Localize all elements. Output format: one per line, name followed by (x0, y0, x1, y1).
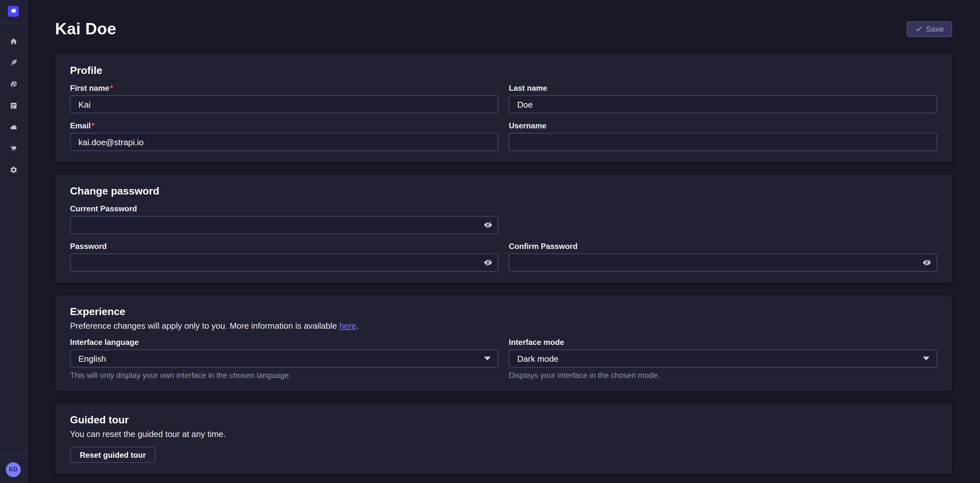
confirm-password-input-wrap (509, 253, 937, 272)
new-password-input-wrap (70, 253, 498, 272)
sidebar-item-settings[interactable] (0, 159, 27, 180)
first-name-label-text: First name (70, 84, 109, 93)
strapi-logo-button[interactable] (8, 6, 19, 17)
reset-guided-tour-button[interactable]: Reset guided tour (70, 447, 156, 463)
main-content: Kai Doe Save Profile First name* (27, 0, 980, 483)
confirm-password-label: Confirm Password (509, 242, 937, 251)
sidebar-item-content-manager[interactable] (0, 52, 27, 73)
username-input-wrap (509, 133, 937, 151)
new-password-label: Password (70, 242, 498, 251)
toggle-new-password-visibility-button[interactable] (484, 258, 493, 267)
logo-box (0, 0, 27, 23)
username-label: Username (509, 121, 937, 130)
username-field: Username (509, 121, 937, 151)
page-header: Kai Doe Save (55, 19, 952, 38)
password-grid-spacer (509, 204, 937, 234)
experience-card-title: Experience (70, 306, 937, 318)
first-name-label: First name* (70, 84, 498, 93)
user-avatar[interactable]: KD (6, 462, 21, 477)
experience-card: Experience Preference changes will apply… (55, 295, 952, 391)
interface-mode-field: Interface mode Dark mode Displays your i… (509, 338, 937, 380)
check-icon (915, 25, 922, 32)
interface-language-select[interactable]: English (70, 349, 498, 368)
profile-grid: First name* Last name Email* (70, 84, 937, 151)
sidebar-item-home[interactable] (0, 30, 27, 52)
eye-slash-icon (484, 258, 493, 267)
interface-mode-label-text: Interface mode (509, 338, 564, 347)
last-name-input-wrap (509, 95, 937, 113)
chevron-down-icon (484, 357, 491, 360)
last-name-label-text: Last name (509, 84, 547, 93)
new-password-field: Password (70, 242, 498, 272)
sidebar-footer: KD (0, 455, 27, 483)
toggle-confirm-password-visibility-button[interactable] (922, 258, 931, 267)
sidebar-item-content-type-builder[interactable] (0, 95, 27, 116)
interface-language-hint: This will only display your own interfac… (70, 371, 498, 380)
cart-icon (10, 144, 17, 152)
last-name-field: Last name (509, 84, 937, 113)
new-password-label-text: Password (70, 242, 107, 251)
home-icon (10, 37, 17, 45)
interface-mode-select[interactable]: Dark mode (509, 349, 937, 368)
save-button-label: Save (926, 24, 944, 33)
eye-slash-icon (922, 258, 931, 267)
confirm-password-field: Confirm Password (509, 242, 937, 272)
current-password-input-wrap (70, 216, 498, 234)
feather-icon (10, 59, 17, 67)
interface-mode-label: Interface mode (509, 338, 937, 347)
interface-language-field: Interface language English This will onl… (70, 338, 498, 380)
current-password-label: Current Password (70, 204, 498, 213)
password-grid: Current Password (70, 204, 937, 272)
save-button[interactable]: Save (907, 21, 952, 37)
confirm-password-input[interactable] (509, 253, 937, 272)
current-password-input[interactable] (70, 216, 498, 234)
images-icon (10, 80, 17, 88)
last-name-input[interactable] (509, 95, 937, 113)
guided-tour-title: Guided tour (70, 414, 129, 426)
profile-card: Profile First name* Last name (55, 54, 952, 162)
eye-slash-icon (484, 220, 493, 230)
current-password-field: Current Password (70, 204, 498, 234)
profile-card-title: Profile (70, 65, 937, 77)
email-label: Email* (70, 121, 498, 130)
guided-tour-card: Guided tour You can reset the guided tou… (55, 403, 952, 474)
sidebar-nav (0, 23, 27, 455)
sidebar: KD (0, 0, 27, 483)
interface-mode-value: Dark mode (517, 354, 558, 363)
cloud-icon (10, 123, 17, 131)
experience-description: Preference changes will apply only to yo… (70, 321, 937, 331)
guided-tour-description: You can reset the guided tour at any tim… (70, 429, 226, 439)
interface-language-value: English (78, 354, 106, 363)
current-password-label-text: Current Password (70, 204, 137, 213)
interface-language-label: Interface language (70, 338, 498, 347)
gear-icon (10, 166, 17, 174)
username-input[interactable] (509, 133, 937, 151)
email-input[interactable] (70, 133, 498, 151)
email-field: Email* (70, 121, 498, 151)
email-label-text: Email (70, 121, 91, 130)
interface-language-label-text: Interface language (70, 338, 139, 347)
toggle-current-password-visibility-button[interactable] (484, 220, 493, 230)
change-password-card: Change password Current Password (55, 174, 952, 283)
layout-icon (10, 102, 17, 109)
sidebar-item-marketplace[interactable] (0, 137, 27, 159)
cards-column: Profile First name* Last name (55, 54, 952, 474)
experience-description-text: Preference changes will apply only to yo… (70, 321, 339, 331)
strapi-admin-window: KD Kai Doe Save Profile First name* (0, 0, 980, 483)
page-title: Kai Doe (55, 19, 116, 38)
first-name-input-wrap (70, 95, 498, 113)
sidebar-item-media-library[interactable] (0, 73, 27, 95)
strapi-logo-icon (10, 8, 17, 15)
interface-mode-hint: Displays your interface in the chosen mo… (509, 371, 937, 380)
first-name-input[interactable] (70, 95, 498, 113)
more-information-link[interactable]: here (339, 321, 356, 331)
required-asterisk: * (110, 84, 113, 93)
screen: KD Kai Doe Save Profile First name* (0, 0, 980, 483)
sidebar-item-deploy[interactable] (0, 116, 27, 137)
new-password-input[interactable] (70, 253, 498, 272)
experience-grid: Interface language English This will onl… (70, 338, 937, 380)
email-input-wrap (70, 133, 498, 151)
username-label-text: Username (509, 121, 546, 130)
chevron-down-icon (923, 357, 929, 360)
change-password-title: Change password (70, 185, 937, 197)
